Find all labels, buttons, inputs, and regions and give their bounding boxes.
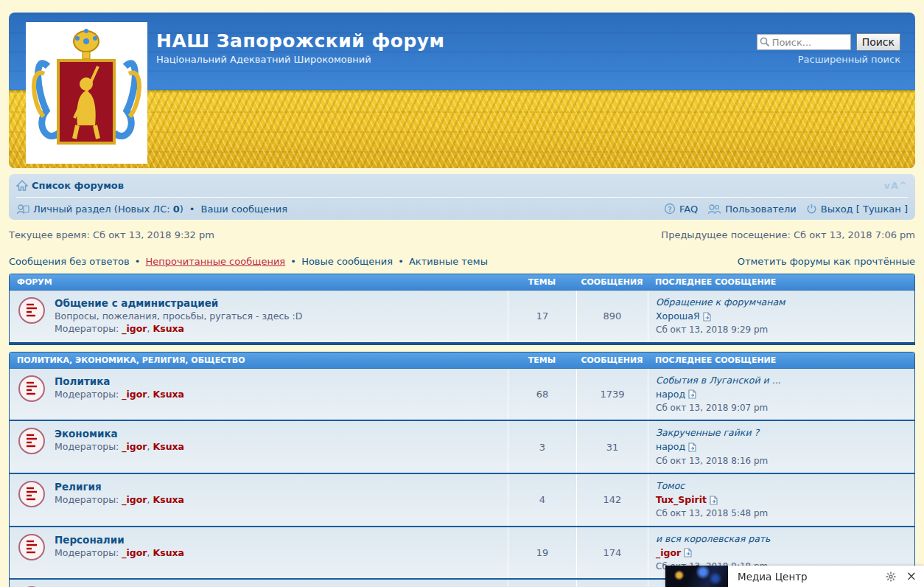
forum-table-admin: ФОРУМ ТЕМЫ СООБЩЕНИЯ ПОСЛЕДНЕЕ СООБЩЕНИЕ… [9, 274, 915, 345]
mark-forums-read-link[interactable]: Отметить форумы как прочтённые [738, 256, 915, 267]
goto-last-post-icon[interactable] [688, 442, 696, 452]
lastpost-cell: Закрученные гайки ? народ Сб окт 13, 201… [648, 421, 914, 473]
moderator-link[interactable]: Ksuxa [153, 441, 185, 452]
moderator-link[interactable]: Ksuxa [153, 389, 185, 400]
moderator-link[interactable]: Ksuxa [153, 323, 185, 334]
lastpost-author-link[interactable]: народ [656, 388, 685, 401]
breadcrumb-forum-list-link[interactable]: Список форумов [32, 180, 124, 191]
site-logo[interactable] [26, 22, 147, 164]
zaporizhzhia-coat-of-arms-icon [26, 22, 147, 164]
forum-title-link[interactable]: Религия [55, 481, 102, 493]
toast-title: Медиа Центр [728, 571, 886, 583]
forum-title-link[interactable]: Политика [55, 375, 110, 387]
posts-count: 31 [576, 421, 648, 473]
separator-bullet: • [290, 256, 296, 267]
forum-row: Политика Модераторы: _igor, Ksuxa 68 173… [10, 369, 914, 420]
unread-posts-link[interactable]: Непрочитанные сообщения [146, 256, 286, 267]
forum-cell: СМИ Профессиональный форум Модераторы: _… [10, 580, 508, 587]
site-subtitle: Національний Адекватний Широкомовний [156, 54, 445, 65]
font-size-control[interactable]: vA^ [884, 180, 908, 191]
lastpost-topic-link[interactable]: Закрученные гайки ? [656, 427, 759, 438]
moderator-link[interactable]: _igor [122, 441, 147, 452]
forum-rows-container: Общение с администрацией Вопросы, пожела… [10, 291, 914, 342]
search-button[interactable]: Поиск [856, 33, 900, 51]
close-icon[interactable]: × [906, 570, 917, 583]
logout-link[interactable]: Выход [ Тушкан ] [821, 204, 908, 215]
media-center-toast[interactable]: Медиа Центр × [665, 566, 924, 587]
column-header-posts: СООБЩЕНИЯ [576, 277, 648, 287]
forum-title-link[interactable]: Персоналии [55, 534, 125, 546]
goto-last-post-icon[interactable] [703, 312, 711, 322]
topics-count: 19 [508, 527, 576, 579]
forum-unread-icon [18, 297, 45, 324]
your-posts-link[interactable]: Ваши сообщения [201, 204, 287, 215]
toast-thumbnail-image[interactable] [665, 566, 728, 587]
forum-unread-icon [18, 534, 45, 560]
lastpost-topic-link[interactable]: Обращение к форумчанам [656, 296, 785, 308]
lastpost-topic-link[interactable]: События в Луганской и ... [656, 375, 781, 386]
page-wrap: НАШ Запорожский форум Національний Адекв… [9, 13, 915, 587]
goto-last-post-icon[interactable] [688, 389, 696, 399]
gear-icon[interactable] [886, 572, 896, 582]
forum-unread-icon [18, 428, 45, 454]
lastpost-author-link[interactable]: _igor [656, 546, 681, 560]
forum-row: Общение с администрацией Вопросы, пожела… [10, 291, 914, 342]
forum-title-link[interactable]: Общение с администрацией [55, 297, 218, 309]
search-input[interactable] [757, 34, 851, 50]
no-answers-link[interactable]: Сообщения без ответов [9, 256, 130, 267]
forum-unread-icon [18, 375, 45, 402]
forum-unread-icon [18, 481, 45, 507]
users-icon [707, 204, 721, 215]
topics-count: 68 [508, 369, 576, 420]
forum-row: Экономика Модераторы: _igor, Ksuxa 3 31 … [10, 420, 914, 473]
active-topics-link[interactable]: Активные темы [409, 256, 488, 267]
lastpost-topic-link[interactable]: Томос [656, 480, 685, 491]
moderator-link[interactable]: _igor [122, 494, 147, 505]
forum-row: Религия Модераторы: _igor, Ksuxa 4 142 Т… [10, 473, 914, 526]
lastpost-topic-link[interactable]: и вся королевская рать [656, 533, 770, 544]
moderator-link[interactable]: _igor [122, 389, 147, 400]
forum-moderators: Модераторы: _igor, Ksuxa [55, 389, 184, 400]
site-header-banner: НАШ Запорожский форум Національний Адекв… [9, 13, 915, 168]
users-link[interactable]: Пользователи [725, 204, 797, 215]
moderator-link[interactable]: _igor [122, 547, 147, 558]
forum-cell: Общение с администрацией Вопросы, пожела… [10, 291, 508, 342]
posts-count: 1739 [576, 369, 648, 420]
posts-count: 292 [576, 580, 648, 587]
faq-icon: ? [664, 203, 676, 215]
forum-moderators: Модераторы: _igor, Ksuxa [55, 323, 302, 334]
lastpost-cell: Обращение к форумчанам ХорошаЯ Сб окт 13… [648, 291, 914, 342]
lastpost-author-link[interactable]: Tux_Spirit [656, 493, 707, 507]
navbar-row-breadcrumb: Список форумов vA^ [16, 174, 908, 197]
forum-cell: Религия Модераторы: _igor, Ksuxa [10, 474, 508, 526]
forum-moderators: Модераторы: _igor, Ksuxa [55, 494, 184, 505]
column-header-forum: ФОРУМ [10, 277, 508, 287]
column-header-category: ПОЛИТИКА, ЭКОНОМИКА, РЕЛИГИЯ, ОБЩЕСТВО [10, 355, 508, 365]
moderator-link[interactable]: _igor [122, 323, 147, 334]
svg-text:?: ? [668, 206, 671, 213]
site-title-block: НАШ Запорожский форум Національний Адекв… [156, 30, 445, 65]
forum-cell: Политика Модераторы: _igor, Ksuxa [10, 369, 508, 420]
lastpost-author-link[interactable]: народ [656, 440, 685, 454]
private-section-link[interactable]: Личный раздел (Новых ЛС: 0) [33, 204, 183, 215]
new-posts-link[interactable]: Новые сообщения [301, 256, 393, 267]
moderator-link[interactable]: Ksuxa [153, 547, 185, 558]
column-header-topics: ТЕМЫ [508, 277, 576, 287]
advanced-search-link[interactable]: Расширенный поиск [798, 54, 900, 65]
search-icon [760, 37, 770, 47]
goto-last-post-icon[interactable] [684, 548, 692, 558]
lastpost-author-link[interactable]: ХорошаЯ [656, 310, 700, 323]
forum-cell: Персоналии Модераторы: _igor, Ksuxa [10, 527, 508, 579]
faq-link[interactable]: FAQ [679, 204, 698, 215]
lastpost-date: Сб окт 13, 2018 8:16 pm [656, 455, 907, 468]
previous-visit-text: Предыдущее посещение: Сб окт 13, 2018 7:… [661, 229, 915, 240]
forum-title-link[interactable]: Экономика [55, 428, 118, 440]
moderator-link[interactable]: Ksuxa [153, 494, 185, 505]
quicklinks-row: Сообщения без ответов • Непрочитанные со… [9, 256, 915, 267]
time-row: Текущее время: Сб окт 13, 2018 9:32 pm П… [9, 229, 915, 240]
separator-bullet: • [135, 256, 141, 267]
private-messages-icon [16, 204, 29, 215]
separator-bullet: • [398, 256, 404, 267]
forum-moderators: Модераторы: _igor, Ksuxa [55, 441, 184, 452]
goto-last-post-icon[interactable] [710, 496, 718, 505]
